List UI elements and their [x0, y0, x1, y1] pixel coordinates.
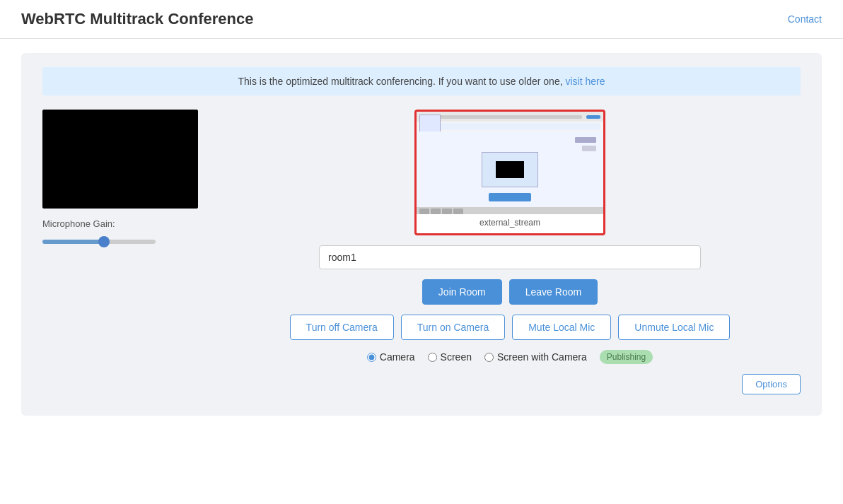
stream-thumbnail — [417, 112, 603, 214]
leave-room-button[interactable]: Leave Room — [509, 279, 598, 305]
publishing-badge: Publishing — [600, 350, 653, 364]
join-room-button[interactable]: Join Room — [422, 279, 502, 305]
visit-here-link[interactable]: visit here — [565, 76, 605, 87]
info-banner-text: This is the optimized multitrack confere… — [238, 76, 565, 87]
screen-radio[interactable] — [428, 353, 437, 362]
join-leave-buttons: Join Room Leave Room — [422, 279, 598, 305]
room-name-input[interactable] — [319, 245, 701, 269]
content-area: Microphone Gain: — [42, 110, 801, 394]
camera-label: Camera — [380, 351, 415, 363]
camera-radio-label[interactable]: Camera — [367, 351, 415, 363]
turn-off-camera-button[interactable]: Turn off Camera — [290, 315, 394, 340]
app-header: WebRTC Multitrack Conference Contact — [0, 0, 843, 39]
stream-label: external_stream — [479, 218, 540, 228]
camera-radio[interactable] — [367, 353, 376, 362]
unmute-local-mic-button[interactable]: Unmute Local Mic — [618, 315, 730, 340]
app-title: WebRTC Multitrack Conference — [21, 10, 253, 28]
mic-gain-slider[interactable] — [42, 240, 156, 244]
room-input-row — [319, 245, 701, 269]
screen-radio-label[interactable]: Screen — [428, 351, 472, 363]
mic-gain-container: Microphone Gain: — [42, 218, 198, 249]
mic-gain-slider-container — [42, 235, 156, 249]
screen-camera-label: Screen with Camera — [497, 351, 587, 363]
camera-buttons-row: Turn off Camera Turn on Camera Mute Loca… — [290, 315, 731, 340]
mute-local-mic-button[interactable]: Mute Local Mic — [512, 315, 611, 340]
contact-link[interactable]: Contact — [788, 13, 822, 25]
options-row: Options — [219, 374, 801, 394]
screen-with-camera-radio-label[interactable]: Screen with Camera — [484, 351, 587, 363]
main-content: This is the optimized multitrack confere… — [0, 39, 843, 430]
screen-camera-radio[interactable] — [484, 353, 494, 362]
left-panel: Microphone Gain: — [42, 110, 198, 249]
options-button[interactable]: Options — [742, 374, 801, 394]
local-video — [42, 110, 198, 209]
turn-on-camera-button[interactable]: Turn on Camera — [401, 315, 505, 340]
main-panel: This is the optimized multitrack confere… — [21, 53, 822, 416]
info-banner: This is the optimized multitrack confere… — [42, 67, 801, 95]
stream-preview: external_stream — [414, 110, 605, 235]
mic-gain-label: Microphone Gain: — [42, 218, 198, 229]
screen-label: Screen — [441, 351, 472, 363]
source-row: Camera Screen Screen with Camera Publish… — [367, 350, 653, 364]
right-panel: external_stream Join Room Leave Room Tur… — [219, 110, 801, 394]
